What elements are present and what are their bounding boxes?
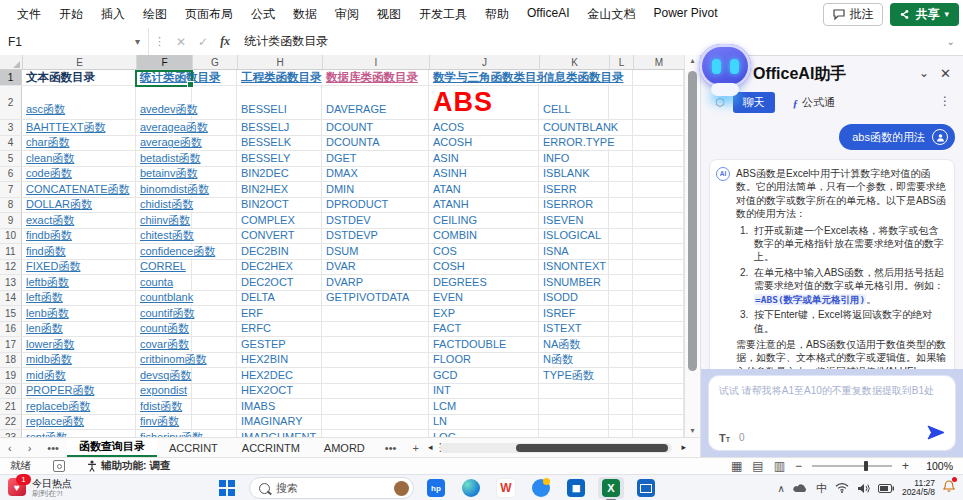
cell-G2[interactable] (192, 86, 237, 119)
notification-bell-icon[interactable] (943, 479, 955, 497)
sheet-tab-ACCRINT[interactable]: ACCRINT (157, 438, 230, 457)
cell-E17[interactable]: lower函数 (22, 337, 136, 352)
cell-K2[interactable]: CELL (539, 86, 609, 119)
cell-I20[interactable] (322, 384, 429, 399)
cell-I18[interactable] (322, 353, 429, 368)
battery-icon[interactable] (878, 484, 894, 493)
cell-G10[interactable] (192, 229, 237, 244)
ai-minimize-icon[interactable]: ⌄ (919, 66, 929, 80)
cell-K14[interactable]: ISODD (539, 291, 609, 306)
cell-E6[interactable]: code函数 (22, 167, 136, 182)
share-dropdown-icon[interactable]: ▾ (944, 9, 949, 19)
cell-J18[interactable]: FLOOR (429, 353, 539, 368)
column-header-E[interactable]: E (23, 55, 137, 69)
column-header-I[interactable]: I (323, 55, 430, 69)
cell-L19[interactable] (609, 368, 633, 383)
cell-I1[interactable]: 数据库类函数目录 (322, 70, 429, 85)
cell-J23[interactable]: LOG (429, 430, 539, 437)
cell-H7[interactable]: BIN2HEX (237, 182, 322, 197)
row-header-7[interactable]: 7 (0, 182, 22, 197)
menu-item-开始[interactable]: 开始 (50, 6, 92, 23)
volume-icon[interactable] (857, 483, 870, 494)
cell-J2[interactable]: ABS (429, 86, 539, 119)
column-header-H[interactable]: H (238, 55, 323, 69)
cell-K17[interactable]: NA函数 (539, 337, 609, 352)
row-header-22[interactable]: 22 (0, 415, 22, 430)
cell-F21[interactable]: fdist函数 (136, 399, 192, 414)
cell-H6[interactable]: BIN2DEC (237, 167, 322, 182)
page-break-view-icon[interactable]: ▥ (774, 459, 785, 473)
sheet-tab-ACCRINTM[interactable]: ACCRINTM (230, 438, 312, 457)
cell-G20[interactable] (192, 384, 237, 399)
row-header-11[interactable]: 11 (0, 244, 22, 259)
onedrive-cloud-icon[interactable] (793, 483, 808, 493)
taskbar-app-excel[interactable]: X (598, 477, 624, 499)
cell-F19[interactable]: devsq函数 (136, 368, 192, 383)
cell-M13[interactable] (633, 275, 684, 290)
row-header-2[interactable]: 2 (0, 86, 22, 119)
cell-M19[interactable] (633, 368, 684, 383)
zoom-out-icon[interactable]: − (795, 459, 802, 473)
cell-E4[interactable]: char函数 (22, 136, 136, 151)
cell-I3[interactable]: DCOUNT (322, 120, 429, 135)
confirm-icon[interactable]: ✓ (192, 35, 214, 49)
cell-F18[interactable]: critbinom函数 (136, 353, 192, 368)
scroll-down-icon[interactable]: ▾ (685, 425, 700, 437)
cell-H22[interactable]: IMAGINARY (237, 415, 322, 430)
cell-H18[interactable]: HEX2BIN (237, 353, 322, 368)
cell-H20[interactable]: HEX2OCT (237, 384, 322, 399)
send-icon[interactable] (927, 425, 945, 444)
cell-I6[interactable]: DMAX (322, 167, 429, 182)
cell-M22[interactable] (633, 415, 684, 430)
cell-H14[interactable]: DELTA (237, 291, 322, 306)
column-header-K[interactable]: K (540, 55, 610, 69)
add-sheet-icon[interactable]: + (404, 442, 426, 454)
cell-L15[interactable] (609, 306, 633, 321)
cell-K4[interactable]: ERROR.TYPE (539, 136, 609, 151)
menu-item-公式[interactable]: 公式 (242, 6, 284, 23)
cell-E2[interactable]: asc函数 (22, 86, 136, 119)
cell-F7[interactable]: binomdist函数 (136, 182, 192, 197)
cell-H16[interactable]: ERFC (237, 322, 322, 337)
cell-H21[interactable]: IMABS (237, 399, 322, 414)
cell-E8[interactable]: DOLLAR函数 (22, 198, 136, 213)
taskbar-app-hp[interactable]: hp (423, 477, 449, 499)
cell-M2[interactable] (633, 86, 684, 119)
cell-M4[interactable] (633, 136, 684, 151)
cell-I7[interactable]: DMIN (322, 182, 429, 197)
cell-F6[interactable]: betainv函数 (136, 167, 192, 182)
column-header-J[interactable]: J (430, 55, 540, 69)
news-widget[interactable]: ♥1 今日热点 刷到在?! (8, 478, 72, 498)
cell-M11[interactable] (633, 244, 684, 259)
cell-L11[interactable] (609, 244, 633, 259)
more-sheets-icon[interactable]: ••• (377, 442, 405, 454)
cell-L6[interactable] (609, 167, 633, 182)
ai-more-options-icon[interactable]: ⋮ (939, 94, 951, 108)
cell-H4[interactable]: BESSELK (237, 136, 322, 151)
menu-item-Power Pivot[interactable]: Power Pivot (644, 6, 726, 23)
cell-G6[interactable] (192, 167, 237, 182)
cell-G9[interactable] (192, 213, 237, 228)
cell-G19[interactable] (192, 368, 237, 383)
row-header-21[interactable]: 21 (0, 399, 22, 414)
cell-L18[interactable] (609, 353, 633, 368)
cell-H10[interactable]: CONVERT (237, 229, 322, 244)
cell-J21[interactable]: LCM (429, 399, 539, 414)
cell-E18[interactable]: midb函数 (22, 353, 136, 368)
zoom-slider[interactable] (812, 465, 892, 467)
cell-H19[interactable]: HEX2DEC (237, 368, 322, 383)
ai-input-box[interactable]: 试试 请帮我将A1至A10的不重复数据提取到B1处 TT 0 (709, 376, 955, 450)
cell-J9[interactable]: CEILING (429, 213, 539, 228)
cell-H5[interactable]: BESSELY (237, 151, 322, 166)
cell-H17[interactable]: GESTEP (237, 337, 322, 352)
cell-I10[interactable]: DSTDEVP (322, 229, 429, 244)
cell-F4[interactable]: average函数 (136, 136, 192, 151)
cell-F10[interactable]: chitest函数 (136, 229, 192, 244)
cell-E7[interactable]: CONCATENATE函数 (22, 182, 136, 197)
taskbar-app-browser[interactable] (528, 477, 554, 499)
cell-H9[interactable]: COMPLEX (237, 213, 322, 228)
cell-L21[interactable] (609, 399, 633, 414)
cell-H3[interactable]: BESSELJ (237, 120, 322, 135)
name-box[interactable]: F1 ▾ (0, 28, 149, 55)
cell-L12[interactable] (609, 260, 633, 275)
